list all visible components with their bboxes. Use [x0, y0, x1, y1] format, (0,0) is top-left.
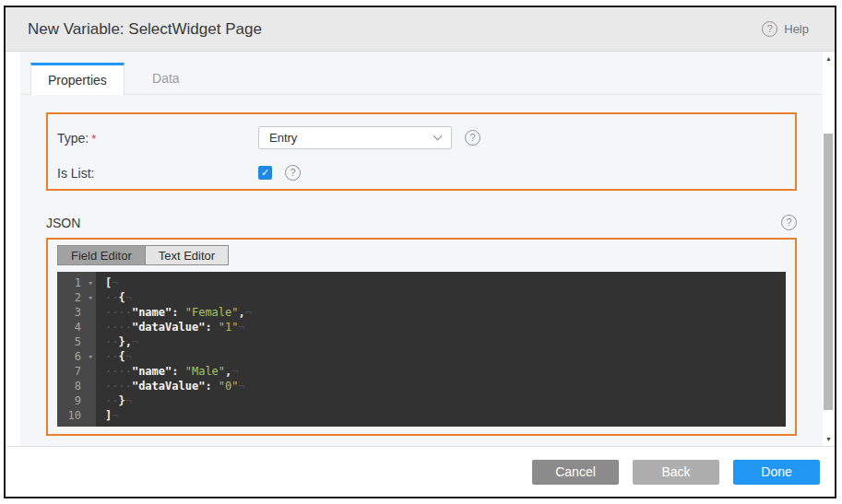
is-list-help-icon[interactable]: ?: [285, 165, 301, 181]
help-label[interactable]: Help: [784, 22, 809, 36]
type-label-text: Type:: [57, 131, 89, 146]
code-line[interactable]: ]¬: [105, 408, 786, 423]
type-help-icon[interactable]: ?: [465, 130, 480, 146]
scroll-thumb[interactable]: [824, 134, 833, 410]
is-list-row: Is List: ✓ ?: [57, 165, 795, 181]
type-dropdown-value: Entry: [269, 131, 297, 145]
gutter-line: 9: [57, 393, 96, 408]
variable-properties-box: Type:* Entry ? Is List: ✓ ?: [46, 112, 797, 191]
tab-data[interactable]: Data: [125, 63, 208, 94]
gutter-line: 4: [57, 320, 96, 334]
scroll-panel: Properties Data Type:* Entry ?: [20, 52, 823, 446]
code-line[interactable]: [¬: [105, 275, 786, 290]
dialog-footer: Cancel Back Done: [6, 446, 835, 497]
json-section-header: JSON ?: [46, 215, 797, 230]
scroll-up-icon[interactable]: ▲: [823, 53, 835, 64]
dialog-header: New Variable: SelectWidget Page ? Help: [6, 7, 835, 52]
gutter-line: 7: [57, 364, 96, 379]
code-line[interactable]: ····"name": "Male",¬: [105, 364, 786, 379]
is-list-checkbox[interactable]: ✓: [258, 166, 272, 180]
json-help-icon[interactable]: ?: [781, 215, 797, 230]
gutter-line: 8: [57, 379, 96, 393]
code-line[interactable]: ····"name": "Female",¬: [105, 305, 786, 320]
dialog-title: New Variable: SelectWidget Page: [28, 20, 762, 39]
gutter-line[interactable]: 6▾: [57, 349, 96, 364]
type-row: Type:* Entry ?: [57, 126, 795, 149]
gutter-line[interactable]: 1▾: [57, 275, 96, 290]
done-button[interactable]: Done: [733, 460, 820, 485]
scrollbar[interactable]: ▲ ▼: [823, 52, 835, 446]
gutter-line[interactable]: 2▾: [57, 290, 96, 305]
json-editor-box: Field Editor Text Editor 1▾2▾3456▾78910 …: [46, 238, 797, 436]
gutter-line: 5: [57, 334, 96, 349]
is-list-label: Is List:: [57, 166, 258, 181]
new-variable-dialog: New Variable: SelectWidget Page ? Help P…: [4, 6, 836, 498]
help-link[interactable]: ? Help: [762, 21, 809, 37]
text-editor-button[interactable]: Text Editor: [145, 246, 228, 264]
back-button[interactable]: Back: [633, 460, 719, 485]
code-line[interactable]: ····"dataValue": "0"¬: [105, 379, 786, 393]
scroll-down-icon[interactable]: ▼: [823, 433, 835, 445]
code-line[interactable]: ····"dataValue": "1"¬: [105, 320, 786, 334]
editor-gutter: 1▾2▾3456▾78910: [57, 272, 96, 427]
chevron-down-icon: [433, 132, 443, 141]
fold-arrow-icon[interactable]: ▾: [89, 290, 93, 305]
code-lines[interactable]: [¬··{¬····"name": "Female",¬····"dataVal…: [96, 272, 786, 427]
field-editor-button[interactable]: Field Editor: [58, 246, 145, 264]
code-line[interactable]: ··}¬: [105, 393, 786, 408]
tab-bar: Properties Data: [20, 52, 823, 95]
code-line[interactable]: ··{¬: [105, 349, 786, 364]
json-section-label: JSON: [46, 216, 80, 230]
editor-mode-toggle: Field Editor Text Editor: [57, 245, 229, 265]
required-marker: *: [91, 132, 96, 146]
type-dropdown[interactable]: Entry: [258, 126, 452, 149]
properties-tab-content: Type:* Entry ? Is List: ✓ ?: [20, 112, 823, 436]
cancel-button[interactable]: Cancel: [532, 460, 619, 485]
help-icon[interactable]: ?: [762, 21, 777, 37]
fold-arrow-icon[interactable]: ▾: [89, 349, 93, 364]
gutter-line: 10: [57, 408, 96, 423]
gutter-line: 3: [57, 305, 96, 320]
json-code-editor[interactable]: 1▾2▾3456▾78910 [¬··{¬····"name": "Female…: [57, 272, 786, 427]
tab-properties[interactable]: Properties: [30, 63, 125, 95]
dialog-body: Properties Data Type:* Entry ?: [6, 52, 835, 446]
fold-arrow-icon[interactable]: ▾: [89, 275, 93, 290]
code-line[interactable]: ··},¬: [105, 334, 786, 349]
type-label: Type:*: [57, 131, 258, 146]
code-line[interactable]: ··{¬: [105, 290, 786, 305]
